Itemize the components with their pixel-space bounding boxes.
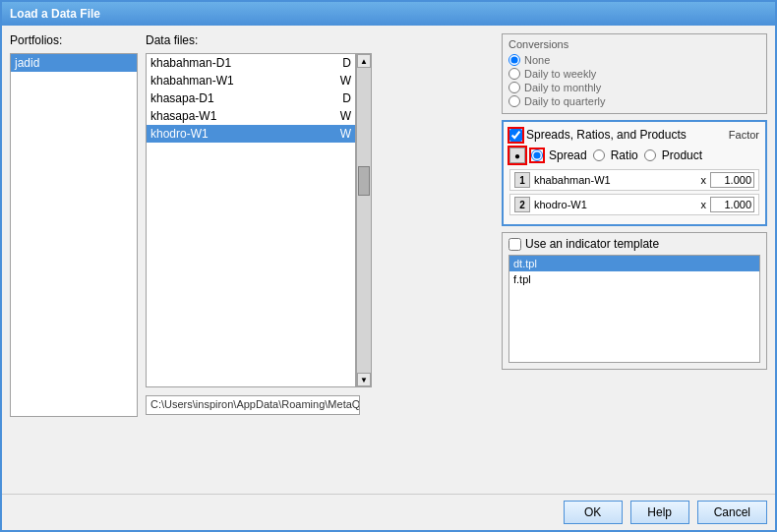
help-button[interactable]: Help: [630, 501, 689, 524]
factor-input-1[interactable]: [710, 172, 754, 188]
factor-input-2[interactable]: [710, 197, 754, 212]
datafiles-scrollbar[interactable]: ▲ ▼: [356, 53, 372, 387]
portfolio-item-jadid[interactable]: jadid: [11, 54, 137, 72]
indicator-list[interactable]: dt.tpl f.tpl: [508, 255, 760, 363]
radio-spread[interactable]: [531, 149, 543, 161]
indicator-checkbox[interactable]: [508, 238, 521, 251]
radio-daily-monthly[interactable]: [508, 82, 520, 93]
datafiles-panel: Data files: khabahman-D1D khabahman-W1W …: [146, 33, 372, 486]
indicator-label: Use an indicator template: [525, 237, 659, 251]
radio-daily-quarterly-label: Daily to quarterly: [524, 95, 606, 107]
x-label-1: x: [701, 174, 707, 186]
scroll-down-button[interactable]: ▼: [357, 373, 371, 386]
radio-product[interactable]: [644, 149, 656, 161]
radio-daily-quarterly[interactable]: [508, 95, 520, 107]
radio-none[interactable]: [508, 54, 520, 66]
spreads-row-1: 1 khabahman-W1 x: [509, 169, 759, 191]
list-item[interactable]: khabahman-D1D: [147, 54, 355, 72]
list-item[interactable]: khabahman-W1W: [147, 72, 355, 89]
conversions-title: Conversions: [508, 38, 760, 50]
product-label: Product: [662, 148, 702, 162]
cancel-button[interactable]: Cancel: [697, 501, 767, 524]
spreads-title: Spreads, Ratios, and Products: [526, 128, 725, 142]
indicator-header: Use an indicator template: [503, 233, 766, 255]
factor-label: Factor: [729, 129, 759, 141]
list-item[interactable]: khasapa-W1W: [147, 107, 355, 125]
row-num-1: 1: [514, 172, 530, 188]
radio-none-label: None: [524, 54, 550, 66]
list-item[interactable]: khasapa-D1D: [147, 89, 355, 107]
scroll-track[interactable]: [357, 68, 371, 373]
title-bar: Load a Data File: [2, 2, 775, 26]
spreads-header: Spreads, Ratios, and Products Factor: [509, 128, 759, 142]
portfolios-list[interactable]: jadid: [10, 53, 138, 417]
list-item-khodro[interactable]: khodro-W1W: [147, 125, 355, 143]
indicator-group: Use an indicator template dt.tpl f.tpl: [502, 232, 767, 370]
radio-daily-weekly-label: Daily to weekly: [524, 68, 596, 80]
row-name-1: khabahman-W1: [534, 174, 697, 186]
scroll-thumb[interactable]: [358, 166, 370, 196]
radio-none-row: None: [508, 54, 760, 66]
x-label-2: x: [701, 199, 707, 210]
spread-label: Spread: [549, 148, 587, 162]
datafiles-path: C:\Users\inspiron\AppData\Roaming\MetaQu…: [146, 395, 360, 415]
indicator-item-f[interactable]: f.tpl: [509, 271, 759, 287]
spreads-checkbox[interactable]: [509, 129, 522, 142]
spreads-row-2: 2 khodro-W1 x: [509, 194, 759, 215]
row-name-2: khodro-W1: [534, 199, 697, 210]
ratio-label: Ratio: [611, 148, 638, 162]
radio-daily-weekly[interactable]: [508, 68, 520, 80]
window-title: Load a Data File: [10, 7, 100, 21]
radio-daily-quarterly-row: Daily to quarterly: [508, 95, 760, 107]
radio-daily-weekly-row: Daily to weekly: [508, 68, 760, 80]
portfolios-label: Portfolios:: [10, 33, 138, 47]
spreads-badge: ●: [509, 148, 525, 163]
scroll-up-button[interactable]: ▲: [357, 54, 371, 68]
radio-daily-monthly-row: Daily to monthly: [508, 82, 760, 93]
radio-ratio[interactable]: [593, 149, 605, 161]
conversions-group: Conversions None Daily to weekly Daily t…: [502, 33, 767, 114]
ok-button[interactable]: OK: [564, 501, 623, 524]
datafiles-label: Data files:: [146, 33, 372, 47]
bottom-buttons: OK Help Cancel: [2, 494, 775, 530]
portfolios-panel: Portfolios: jadid: [10, 33, 138, 486]
main-window: Load a Data File Portfolios: jadid Data …: [0, 0, 777, 532]
indicator-item-dt[interactable]: dt.tpl: [509, 256, 759, 271]
datafiles-list[interactable]: khabahman-D1D khabahman-W1W khasapa-D1D …: [146, 53, 356, 387]
row-num-2: 2: [514, 197, 530, 212]
spreads-group: Spreads, Ratios, and Products Factor ● S…: [502, 120, 767, 226]
radio-daily-monthly-label: Daily to monthly: [524, 82, 601, 93]
right-panel: Conversions None Daily to weekly Daily t…: [502, 33, 767, 486]
spreads-type-row: ● Spread Ratio Product: [509, 148, 759, 163]
